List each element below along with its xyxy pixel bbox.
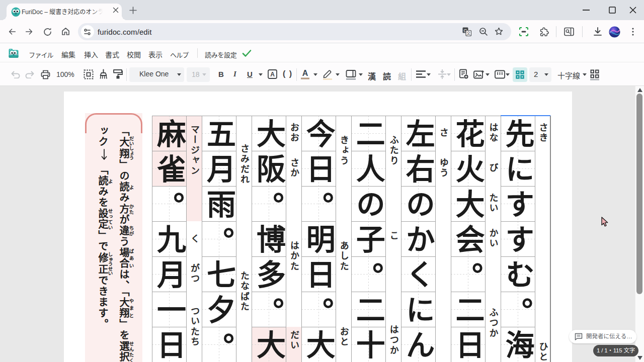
svg-text:文: 文 [466,31,471,36]
svg-text:A: A [302,69,308,77]
svg-text:A: A [270,71,275,78]
